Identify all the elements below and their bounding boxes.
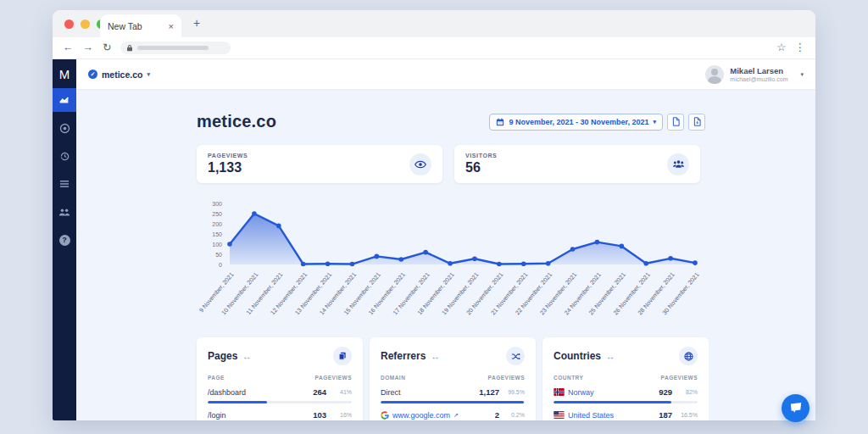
row-percent: 99.5% (499, 389, 525, 395)
svg-text:0: 0 (219, 262, 222, 268)
svg-text:200: 200 (212, 221, 222, 227)
sidebar-item-team[interactable] (53, 200, 76, 224)
sidebar-item-help[interactable]: ? (53, 228, 76, 252)
site-caret-icon: ▾ (147, 71, 150, 78)
close-tab-icon[interactable]: × (169, 21, 174, 31)
browser-window: New Tab × + ← → ↻ ☆ ⋮ M (53, 10, 815, 420)
progress-bar (381, 401, 524, 403)
row-percent: 0.2% (499, 412, 525, 418)
back-icon[interactable]: ← (63, 42, 74, 53)
referrers-card: Referrers ↔ DOMAIN PAGEVIEWS (370, 337, 536, 420)
sidebar-item-history[interactable] (53, 144, 76, 168)
new-tab-button[interactable]: + (193, 17, 200, 29)
referrer-domain-link[interactable]: www.google.com (392, 411, 450, 420)
row-percent: 16% (326, 412, 352, 418)
referrers-col-value: PAGEVIEWS (488, 375, 525, 381)
verified-check-icon: ✓ (88, 70, 97, 79)
external-link-icon[interactable]: ↗ (453, 412, 459, 419)
progress-bar (208, 401, 267, 403)
chat-bubble-icon (789, 402, 803, 415)
browser-menu-icon[interactable]: ⋮ (795, 42, 806, 53)
help-icon: ? (59, 235, 70, 246)
row-percent: 41% (326, 389, 352, 395)
svg-text:50: 50 (215, 252, 222, 258)
globe-icon[interactable] (679, 347, 698, 365)
date-range-picker[interactable]: 9 November, 2021 - 30 November, 2021 ▾ (489, 114, 663, 131)
page-path: /dashboard (208, 388, 246, 397)
table-row[interactable]: /login 103 16% (208, 410, 352, 420)
countries-card: Countries ↔ COUNTRY PAGEVIEWS (542, 337, 709, 420)
svg-text:300: 300 (212, 201, 222, 207)
export-pdf-button[interactable] (688, 114, 705, 131)
table-row[interactable]: Direct 1,127 99.5% (381, 387, 525, 403)
sidebar-item-goals[interactable] (53, 116, 76, 140)
browser-tabstrip: New Tab × + (53, 10, 815, 37)
row-percent: 82% (672, 389, 698, 395)
table-row[interactable]: www.google.com ↗ 2 0.2% (381, 410, 525, 420)
progress-track (208, 401, 352, 403)
pages-card-title: Pages (208, 350, 237, 362)
google-favicon (381, 411, 389, 420)
export-report-button[interactable] (667, 114, 684, 131)
url-placeholder (137, 46, 209, 50)
svg-text:150: 150 (212, 231, 222, 237)
pageviews-chart[interactable]: 0501001502002503009 November, 202110 Nov… (197, 200, 709, 319)
row-pageviews: 103 (313, 410, 326, 420)
sidebar-item-logs[interactable] (53, 172, 76, 196)
close-window-button[interactable] (64, 19, 74, 29)
page-path: /login (208, 411, 226, 420)
sidebar: M ? (53, 59, 76, 420)
browser-tab[interactable]: New Tab × (100, 14, 181, 37)
site-switcher[interactable]: ✓ metice.co ▾ (88, 70, 150, 80)
us-flag-icon (554, 411, 565, 419)
visitors-icon (667, 153, 689, 175)
address-bar[interactable] (120, 42, 231, 54)
list-icon (59, 179, 70, 189)
swap-metric-icon[interactable]: ↔ (431, 352, 439, 361)
countries-col-name: COUNTRY (554, 375, 583, 381)
file-icon (672, 117, 680, 126)
avatar (705, 65, 724, 84)
history-icon (59, 151, 70, 162)
calendar-icon (496, 118, 504, 126)
page-title: metice.co (197, 112, 276, 131)
pageviews-label: PAGEVIEWS (208, 153, 248, 159)
pageviews-stat-card: PAGEVIEWS 1,133 (197, 145, 442, 183)
sidebar-item-analytics[interactable] (53, 88, 76, 112)
country-link[interactable]: Norway (568, 388, 594, 397)
eye-icon (409, 153, 431, 175)
forward-icon[interactable]: → (83, 42, 94, 53)
svg-text:100: 100 (212, 242, 222, 248)
user-name: Mikael Larsen (730, 66, 787, 75)
visitors-label: VISITORS (465, 153, 497, 159)
date-caret-icon: ▾ (653, 119, 656, 125)
pageviews-chart-container: 0501001502002503009 November, 202110 Nov… (197, 200, 709, 319)
countries-col-value: PAGEVIEWS (661, 375, 698, 381)
progress-track (554, 401, 698, 403)
minimize-window-button[interactable] (81, 19, 90, 29)
chat-widget-button[interactable] (782, 394, 810, 422)
bookmark-star-icon[interactable]: ☆ (776, 42, 786, 53)
team-users-icon (58, 207, 70, 217)
table-row[interactable]: Norway 929 82% (554, 387, 698, 403)
visitors-stat-card: VISITORS 56 (454, 145, 700, 183)
user-caret-icon: ▾ (800, 71, 804, 78)
target-icon (59, 123, 70, 134)
table-row[interactable]: /dashboard 264 41% (208, 387, 352, 403)
app-logo[interactable]: M (59, 59, 70, 88)
countries-card-title: Countries (554, 350, 601, 362)
user-menu[interactable]: Mikael Larsen michael@muzillo.com ▾ (705, 65, 804, 84)
pages-copy-icon[interactable] (333, 347, 352, 365)
swap-metric-icon[interactable]: ↔ (242, 352, 251, 361)
swap-metric-icon[interactable]: ↔ (606, 352, 615, 361)
progress-bar (554, 401, 671, 403)
visitors-value: 56 (465, 160, 497, 175)
referrers-card-title: Referrers (381, 350, 426, 362)
row-pageviews: 264 (313, 387, 326, 397)
date-range-label: 9 November, 2021 - 30 November, 2021 (509, 118, 648, 126)
norway-flag-icon (554, 388, 565, 396)
table-row[interactable]: United States 187 16.5% (554, 410, 698, 420)
shuffle-icon[interactable] (506, 347, 525, 365)
country-link[interactable]: United States (568, 411, 614, 420)
reload-icon[interactable]: ↻ (103, 42, 111, 53)
